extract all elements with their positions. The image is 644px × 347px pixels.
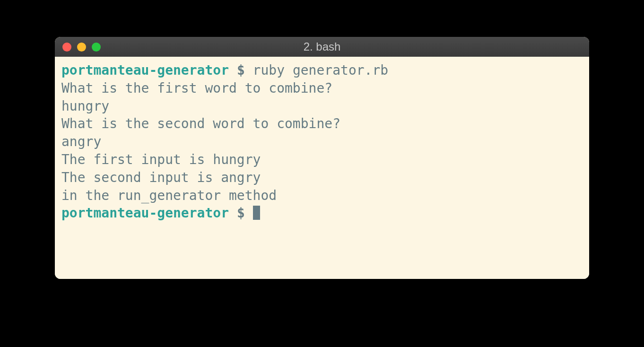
prompt-line: portmanteau-generator $ ruby generator.r… <box>61 61 583 79</box>
prompt-symbol: $ <box>237 62 245 78</box>
command-text: ruby generator.rb <box>253 62 389 78</box>
title-bar: 2. bash <box>55 37 589 57</box>
prompt-line: portmanteau-generator $ <box>61 204 583 222</box>
output-line: The first input is hungry <box>61 151 583 169</box>
output-line: What is the first word to combine? <box>61 79 583 97</box>
prompt-dir: portmanteau-generator <box>61 62 229 78</box>
terminal-window: 2. bash portmanteau-generator $ ruby gen… <box>55 37 589 279</box>
output-line: What is the second word to combine? <box>61 115 583 133</box>
output-line: angry <box>61 133 583 151</box>
minimize-icon[interactable] <box>77 43 86 52</box>
traffic-lights <box>62 43 101 52</box>
maximize-icon[interactable] <box>92 43 101 52</box>
output-line: The second input is angry <box>61 169 583 187</box>
close-icon[interactable] <box>62 43 71 52</box>
prompt-symbol: $ <box>237 205 245 221</box>
output-line: hungry <box>61 97 583 115</box>
output-line: in the run_generator method <box>61 187 583 205</box>
window-title: 2. bash <box>55 40 589 53</box>
cursor-icon <box>253 206 260 220</box>
terminal-body[interactable]: portmanteau-generator $ ruby generator.r… <box>55 57 589 279</box>
prompt-dir: portmanteau-generator <box>61 205 229 221</box>
